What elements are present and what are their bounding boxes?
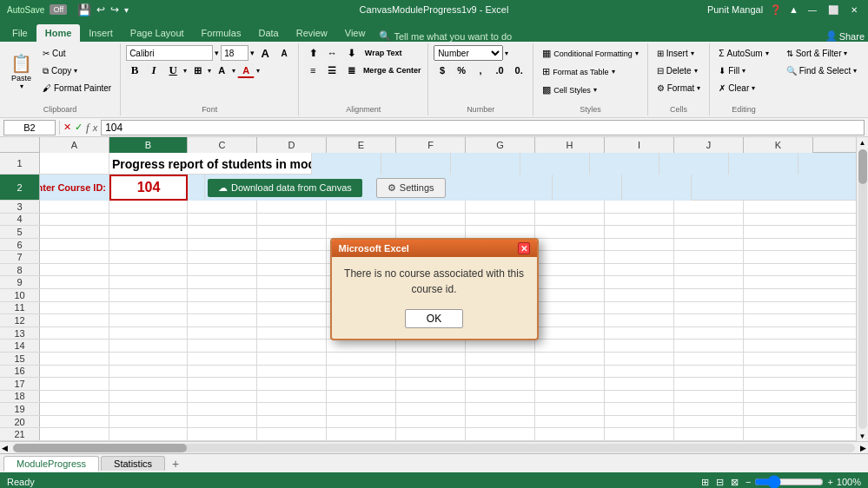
format-dropdown[interactable]: ▾ (697, 84, 700, 92)
align-right-button[interactable]: ≣ (342, 63, 360, 78)
insert-button[interactable]: ⊞ Insert ▾ (653, 45, 705, 62)
sheet-tab-moduleprogress[interactable]: ModuleProgress (3, 456, 99, 472)
font-name-input[interactable] (126, 45, 213, 61)
align-left-button[interactable]: ≡ (304, 63, 321, 78)
delete-button[interactable]: ⊟ Delete ▾ (653, 63, 705, 79)
format-button[interactable]: ⚙ Format ▾ (653, 80, 705, 96)
number-format-dropdown[interactable]: ▾ (505, 49, 508, 57)
wrap-text-button[interactable]: Wrap Text (361, 45, 405, 61)
formula-input[interactable] (101, 120, 865, 135)
find-select-button[interactable]: 🔍 Find & Select ▾ (783, 63, 860, 79)
fill-dropdown[interactable]: ▾ (742, 67, 745, 75)
undo-icon[interactable]: ↩ (96, 3, 105, 16)
cs-dropdown[interactable]: ▾ (593, 86, 597, 94)
copy-dropdown[interactable]: ▾ (74, 67, 77, 75)
customize-qa[interactable]: ▾ (124, 5, 129, 15)
restore-btn[interactable]: ⬜ (826, 3, 840, 16)
underline-dropdown[interactable]: ▾ (183, 67, 187, 75)
font-size-input[interactable] (221, 45, 248, 61)
zoom-in-btn[interactable]: + (827, 477, 832, 487)
cell-styles-button[interactable]: ▩ Cell Styles ▾ (539, 82, 642, 98)
sort-filter-button[interactable]: ⇅ Sort & Filter ▾ (783, 45, 860, 62)
tell-me[interactable]: 🔍 Tell me what you want to do (379, 30, 512, 42)
insert-function-btn[interactable]: f (86, 121, 89, 135)
increase-font-btn[interactable]: A (256, 45, 274, 61)
save-icon[interactable]: 💾 (77, 3, 91, 16)
fill-button[interactable]: ⬇ Fill ▾ (715, 63, 772, 79)
border-button[interactable]: ⊞ (189, 63, 206, 78)
fill-dropdown[interactable]: ▾ (232, 67, 235, 75)
tab-review[interactable]: Review (288, 24, 336, 42)
share-btn[interactable]: 👤 Share (825, 30, 865, 42)
tab-insert[interactable]: Insert (80, 24, 122, 42)
sheet-tab-statistics[interactable]: Statistics (101, 456, 165, 471)
format-as-table-button[interactable]: ⊞ Format as Table ▾ (539, 63, 642, 80)
scroll-left-btn[interactable]: ◀ (0, 444, 10, 452)
name-box[interactable] (3, 120, 56, 135)
tab-formulas[interactable]: Formulas (193, 24, 250, 42)
help-icon[interactable]: ❓ (770, 4, 782, 16)
insert-dropdown[interactable]: ▾ (691, 49, 694, 57)
close-btn[interactable]: ✕ (847, 3, 861, 16)
align-center-button[interactable]: ☰ (323, 63, 341, 78)
fill-color-button[interactable]: A (213, 63, 230, 78)
fs-dropdown[interactable]: ▾ (853, 67, 857, 75)
conditional-formatting-button[interactable]: ▦ Conditional Formatting ▾ (539, 45, 642, 62)
border-dropdown[interactable]: ▾ (208, 67, 211, 75)
add-sheet-button[interactable]: + (167, 455, 184, 472)
autosum-dropdown[interactable]: ▾ (765, 49, 769, 57)
align-top-button[interactable]: ⬆ (304, 45, 321, 61)
underline-button[interactable]: U (164, 63, 182, 78)
font-color-dropdown[interactable]: ▾ (256, 67, 260, 75)
font-size-dropdown[interactable]: ▾ (250, 49, 255, 57)
cancel-formula-btn[interactable]: ✕ (63, 122, 71, 133)
clear-dropdown[interactable]: ▾ (752, 84, 755, 92)
ft-dropdown[interactable]: ▾ (612, 68, 615, 76)
clear-button[interactable]: ✗ Clear ▾ (715, 80, 772, 96)
format-painter-button[interactable]: 🖌 Format Painter (39, 80, 115, 96)
scroll-right-btn[interactable]: ▶ (858, 444, 868, 452)
paste-dropdown-icon[interactable]: ▾ (20, 82, 23, 90)
tab-home[interactable]: Home (36, 24, 81, 42)
confirm-formula-btn[interactable]: ✓ (75, 122, 83, 133)
bold-button[interactable]: B (126, 63, 143, 78)
autosum-button[interactable]: Σ AutoSum ▾ (715, 45, 772, 62)
tab-data[interactable]: Data (249, 24, 287, 42)
italic-button[interactable]: I (145, 63, 162, 78)
dialog-ok-button[interactable]: OK (405, 309, 463, 328)
percent-button[interactable]: $ (434, 63, 451, 78)
scroll-thumb[interactable] (13, 444, 187, 452)
page-break-view-btn[interactable]: ⊠ (731, 477, 739, 488)
minimize-btn[interactable]: — (805, 3, 819, 16)
tab-view[interactable]: View (336, 24, 374, 42)
zoom-slider[interactable] (754, 475, 824, 488)
ribbon-toggle-icon[interactable]: ▲ (789, 4, 798, 15)
cut-button[interactable]: ✂ Cut (39, 45, 115, 62)
copy-button[interactable]: ⧉ Copy ▾ (39, 63, 115, 79)
currency-button[interactable]: % (453, 63, 470, 78)
autosave-toggle[interactable]: Off (50, 4, 67, 15)
comma-button[interactable]: , (472, 63, 489, 78)
merge-center-button[interactable]: Merge & Center (361, 63, 422, 78)
redo-icon[interactable]: ↪ (110, 3, 119, 16)
sf-dropdown[interactable]: ▾ (844, 49, 847, 57)
paste-button[interactable]: 📋 Paste ▾ (5, 45, 37, 97)
insert-icon: ⊞ (657, 49, 664, 58)
font-color-button[interactable]: A (237, 63, 255, 78)
tab-page-layout[interactable]: Page Layout (122, 24, 193, 42)
scroll-track[interactable] (13, 444, 855, 452)
decrease-font-btn[interactable]: A (275, 45, 293, 61)
number-format-select[interactable]: Number General Currency (434, 45, 503, 61)
align-bottom-button[interactable]: ⬇ (342, 45, 360, 61)
cf-dropdown[interactable]: ▾ (635, 49, 639, 57)
delete-dropdown[interactable]: ▾ (694, 67, 698, 75)
page-layout-view-btn[interactable]: ⊟ (716, 477, 724, 488)
decrease-decimal-button[interactable]: 0. (510, 63, 527, 78)
tab-file[interactable]: File (3, 24, 36, 42)
zoom-out-btn[interactable]: − (745, 477, 751, 487)
normal-view-btn[interactable]: ⊞ (701, 477, 709, 488)
align-middle-button[interactable]: ↔ (323, 45, 341, 61)
dialog-close-button[interactable]: ✕ (518, 242, 530, 254)
font-name-dropdown[interactable]: ▾ (215, 49, 219, 57)
increase-decimal-button[interactable]: .0 (491, 63, 508, 78)
